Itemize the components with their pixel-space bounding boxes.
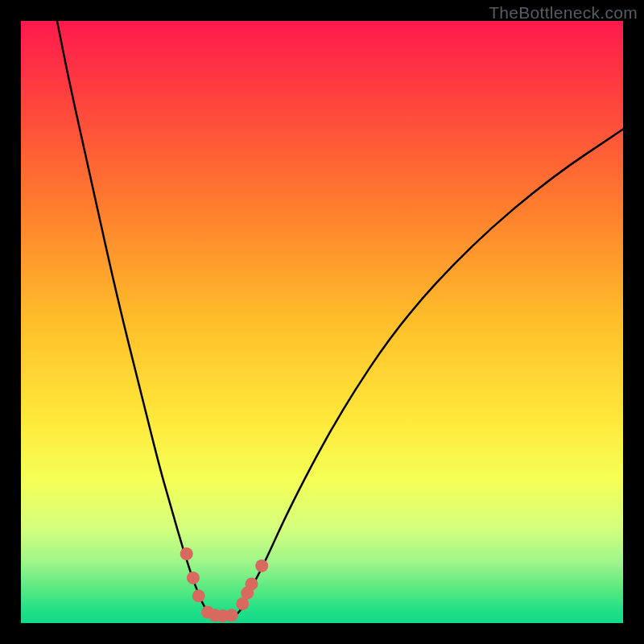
chart-svg [21,21,623,623]
marker-group [180,547,269,622]
curve-marker [255,559,268,572]
bottleneck-curve-path [57,21,623,616]
curve-marker [180,547,193,560]
watermark-text: TheBottleneck.com [489,3,638,23]
curve-marker [225,609,238,621]
curve-marker [246,577,258,590]
curve-marker [192,589,205,602]
chart-frame [21,21,623,623]
curve-marker [187,572,200,584]
